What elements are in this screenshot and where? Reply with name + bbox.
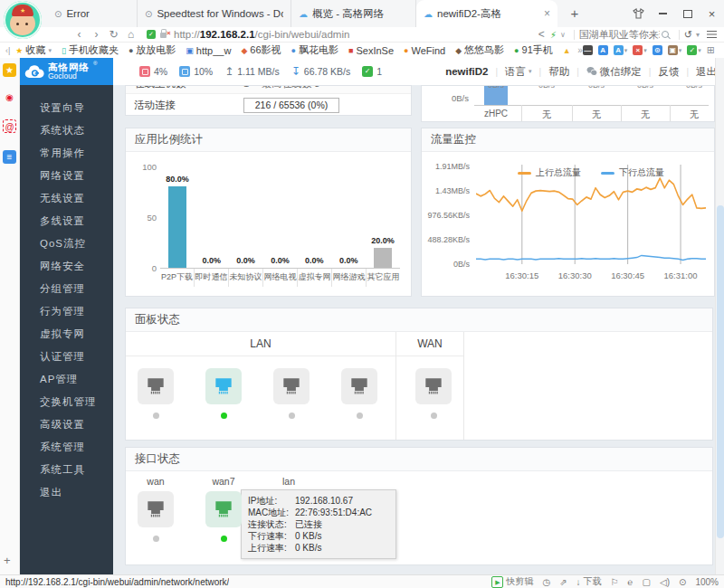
router-nav-item[interactable]: newifiD2 [445, 66, 488, 77]
router-nav-item[interactable]: 反馈 [658, 65, 679, 79]
maximize-button[interactable] [675, 0, 700, 27]
bookmark-label: 手机收藏夹 [69, 43, 119, 57]
sidebar-item[interactable]: 设置向导 [40, 97, 113, 119]
refresh-button[interactable]: ↻ [105, 28, 122, 41]
pin[interactable]: ⇗ [559, 577, 567, 587]
safety-icon[interactable]: ✓▾ [687, 45, 701, 55]
chevron-down-icon[interactable]: ▾ [696, 31, 700, 39]
bookmark-item[interactable]: ●91手机 [514, 43, 553, 57]
router-nav-item[interactable]: 微信绑定 [586, 65, 642, 79]
gocloud-logo[interactable]: 高恪网络 Gocloud ® [20, 58, 113, 85]
collector-icon[interactable]: A▾ [614, 45, 628, 55]
zoom-level[interactable]: 100% [695, 577, 719, 587]
column-divider [521, 105, 522, 122]
back-button[interactable]: ‹ [71, 28, 88, 41]
browser-tab[interactable]: ☁newifiD2-高格× [416, 0, 557, 27]
ie-compat[interactable]: ℮ [628, 577, 634, 587]
screenshot-icon[interactable]: ×▾ [633, 45, 647, 55]
forward-button[interactable]: › [88, 28, 105, 41]
find-icon[interactable]: ⊙ [653, 45, 662, 55]
sidebar-item[interactable]: 常用操作 [40, 142, 113, 165]
url-field[interactable]: http://192.168.2.1/cgi-bin/webui/admin [174, 29, 533, 40]
skin-icon[interactable] [626, 0, 651, 27]
router-header: 高恪网络 Gocloud ® 4%10%↥1.11 MB/s↧66.78 KB/… [20, 58, 724, 85]
bookmark-item[interactable]: ▯手机收藏夹 [62, 43, 119, 57]
sidebar-item[interactable]: QoS流控 [40, 232, 113, 255]
restore-session-button[interactable]: ↺ [684, 29, 692, 41]
router-nav-item[interactable]: 退出 [696, 65, 717, 79]
chevron-down-icon: ▾ [679, 47, 682, 54]
speed-mode[interactable]: ◷ [542, 577, 550, 587]
quick-edit[interactable]: ▶快剪辑 [491, 575, 533, 588]
bookmark-icon: ● [129, 46, 133, 55]
mini-value: 0B/s [578, 85, 614, 90]
bookmark-icon: ▲ [563, 46, 570, 55]
close-button[interactable]: × [700, 0, 724, 27]
stat-messages: ✓1 [362, 66, 382, 77]
bookmark-item[interactable]: ◆悠悠鸟影 [455, 43, 504, 57]
home-button[interactable]: ⌂ [122, 28, 139, 41]
download[interactable]: ↓下载 [576, 575, 602, 588]
volume[interactable]: ◁) [660, 577, 670, 587]
search-input[interactable]: 国湖单职业等你来玩 [579, 28, 674, 42]
sidebar-item[interactable]: 交换机管理 [40, 391, 113, 413]
page-scrollbar[interactable] [715, 58, 724, 574]
sidebar-item[interactable]: 系统状态 [40, 119, 113, 142]
sidebar-item[interactable]: 系统工具 [40, 459, 113, 481]
flag[interactable]: ⚐ [611, 577, 619, 587]
sidebar-item[interactable]: 多线设置 [40, 210, 113, 232]
games-icon[interactable]: ▣▾ [668, 45, 682, 55]
bookmark-label: WeFind [411, 45, 445, 56]
apps-icon[interactable]: ⊞ [707, 44, 715, 56]
sidebar-item[interactable]: 退出 [40, 481, 113, 504]
sidebar-item[interactable]: 高级设置 [40, 413, 113, 436]
share-icon[interactable]: < [533, 28, 550, 41]
bookmark-item[interactable]: ★收藏▾ [15, 43, 52, 57]
screenshot-icon: × [633, 45, 643, 55]
ethernet-port-icon [205, 491, 242, 527]
router-nav-item[interactable]: 帮助 [548, 65, 569, 79]
bookmark-icon: ● [404, 46, 408, 55]
browser-tab[interactable]: ⊙Speedtest for Windows - Dow [138, 0, 291, 27]
scrollbar-thumb[interactable] [717, 205, 724, 538]
weibo-icon[interactable]: ◉ [3, 90, 16, 104]
sidebar-item[interactable]: 行为管理 [40, 300, 113, 323]
bookmark-item[interactable]: ●WeFind [404, 45, 445, 56]
minimize-button[interactable] [651, 0, 675, 27]
search-icon[interactable] [662, 31, 669, 38]
bookmark-item[interactable]: ●飘花电影 [291, 43, 338, 57]
collapse-bookmarks-button[interactable]: ‹| [5, 46, 10, 55]
doc-icon[interactable]: ≡ [3, 150, 16, 164]
bookmark-item[interactable]: ■SexInSe [348, 45, 394, 56]
bookmark-item[interactable]: ◆66影视 [241, 43, 281, 57]
bookmark-item[interactable]: ●放放电影 [129, 43, 176, 57]
find[interactable]: ⊙ [679, 577, 686, 587]
menu-icon[interactable] [707, 31, 717, 33]
chevron-down-icon[interactable]: ∨ [560, 31, 566, 39]
sidebar-item[interactable]: 认证管理 [40, 346, 113, 368]
translate-icon[interactable]: A [598, 45, 608, 55]
add-panel-button[interactable]: + [4, 554, 11, 567]
new-tab-button[interactable]: + [565, 4, 585, 24]
browser-tab[interactable]: ⊙Error [47, 0, 138, 27]
bar-slot: 0.0% [263, 166, 298, 268]
mail-at-icon[interactable]: @ [3, 119, 16, 133]
reader-icon[interactable]: — [583, 45, 593, 55]
tab-close-icon[interactable]: × [538, 7, 550, 20]
sidebar-item[interactable]: AP管理 [40, 368, 113, 391]
favorites-star-icon[interactable]: ★ [3, 63, 16, 77]
site-safety-badge[interactable]: ✓ [147, 30, 156, 39]
sidebar-item[interactable]: 网络安全 [40, 255, 113, 278]
sidebar-item[interactable]: 无线设置 [40, 187, 113, 210]
flash-mode-icon[interactable]: ⚡ [550, 30, 557, 40]
user-avatar[interactable]: ★ [4, 1, 42, 39]
sidebar-item[interactable]: 虚拟专网 [40, 323, 113, 346]
browser-tab[interactable]: ☁概览 - 高格网络 [291, 0, 416, 27]
sidebar-item[interactable]: 分组管理 [40, 278, 113, 300]
sidebar-item[interactable]: 网络设置 [40, 165, 113, 187]
sidebar-item[interactable]: 系统管理 [40, 436, 113, 459]
bookmark-item[interactable]: ▣http__w [186, 45, 231, 56]
bookmark-item[interactable]: ▲湄神中日 [563, 43, 570, 57]
router-nav-item[interactable]: 语言▾ [505, 65, 532, 79]
multi-window[interactable]: ▢ [643, 577, 651, 587]
